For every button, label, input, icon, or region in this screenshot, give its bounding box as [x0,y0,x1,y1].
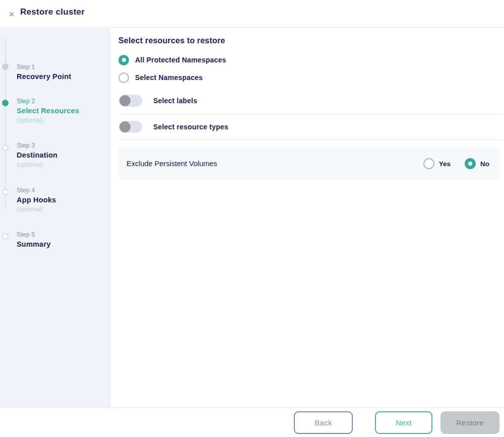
content-heading: Select resources to restore [118,36,225,45]
sidebar-step-summary[interactable]: Step 5 Summary [17,230,107,249]
toggle-label: Select resource types [153,123,228,131]
step-optional-tag: (optional) [17,116,107,125]
sidebar-step-app-hooks[interactable]: Step 4 App Hooks (optional) [17,186,107,214]
toggle-off-icon[interactable] [119,121,142,133]
step-5-circle-icon [2,233,9,240]
toggle-select-resource-types[interactable]: Select resource types [119,121,228,133]
radio-unselected-icon[interactable] [118,72,129,83]
dialog-header: × Restore cluster [0,0,504,28]
step-4-circle-icon [2,189,9,195]
toggle-knob [119,95,131,106]
toggle-knob [119,121,131,132]
step-content-area: Select resources to restore All Protecte… [111,28,504,407]
divider [118,114,502,114]
close-icon[interactable]: × [5,8,18,21]
wizard-stepper-sidebar: Step 1 Recovery Point Step 2 Select Reso… [0,28,111,407]
step-title: Recovery Point [17,71,107,82]
exclude-panel-label: Exclude Persistent Volumes [127,160,217,168]
step-label: Step 2 [17,97,107,106]
toggle-label: Select labels [153,97,197,105]
step-label: Step 5 [17,230,107,239]
step-title: Select Resources [17,106,107,116]
yes-no-radio-group: Yes No [409,158,489,169]
step-1-circle-icon [2,63,9,70]
exclude-persistent-volumes-panel: Exclude Persistent Volumes Yes No [118,148,500,180]
radio-label: Select Namespaces [135,74,203,82]
radio-label: All Protected Namespaces [135,56,226,64]
toggle-select-labels[interactable]: Select labels [119,95,197,107]
step-title: App Hooks [17,195,107,205]
radio-unselected-icon[interactable] [423,158,434,169]
radio-label: No [480,160,489,168]
radio-all-protected-namespaces[interactable]: All Protected Namespaces [118,54,226,65]
radio-label: Yes [439,160,451,168]
step-2-circle-icon [2,100,9,106]
step-3-circle-icon [2,144,9,151]
step-optional-tag: (optional) [17,160,107,170]
dialog-title: Restore cluster [20,7,85,17]
toggle-off-icon[interactable] [119,95,142,107]
dialog-footer: Back Next Restore [0,407,504,437]
next-button[interactable]: Next [375,411,432,434]
step-title: Summary [17,239,107,249]
back-button[interactable]: Back [294,411,353,434]
radio-yes[interactable]: Yes [423,158,451,169]
sidebar-step-select-resources[interactable]: Step 2 Select Resources (optional) [17,97,107,125]
divider [118,139,502,140]
step-optional-tag: (optional) [17,205,107,214]
sidebar-step-recovery-point[interactable]: Step 1 Recovery Point [17,62,107,82]
radio-select-namespaces[interactable]: Select Namespaces [118,72,203,83]
radio-selected-icon[interactable] [118,55,129,65]
restore-cluster-dialog: × Restore cluster Step 1 Recovery Point … [0,0,504,437]
step-label: Step 3 [17,141,107,150]
step-title: Destination [17,150,107,160]
radio-no[interactable]: No [465,158,489,169]
radio-selected-icon[interactable] [465,158,476,169]
sidebar-step-destination[interactable]: Step 3 Destination (optional) [17,141,107,170]
restore-button[interactable]: Restore [440,411,499,434]
step-label: Step 4 [17,186,107,195]
step-label: Step 1 [17,62,107,71]
